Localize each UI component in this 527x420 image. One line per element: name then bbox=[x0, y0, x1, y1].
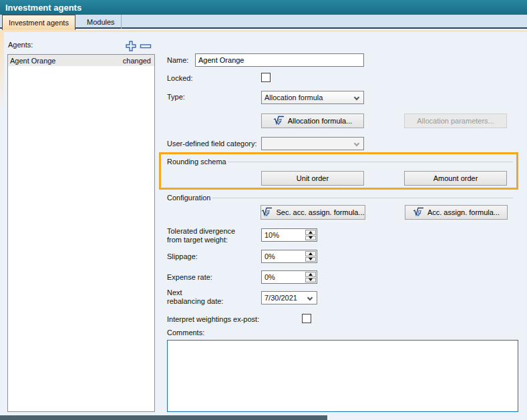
acc-assign-formula-button[interactable]: α Acc. assign. formula... bbox=[405, 205, 508, 220]
agents-label: Agents: bbox=[8, 41, 33, 49]
tab-modules[interactable]: Modules bbox=[81, 15, 122, 29]
tolerated-divergence-stepper[interactable]: 10% bbox=[261, 228, 317, 242]
remove-agent-button[interactable] bbox=[140, 40, 152, 52]
tab-page-edge-left bbox=[0, 32, 4, 112]
spin-up-button[interactable] bbox=[305, 272, 316, 277]
spin-down-button[interactable] bbox=[305, 257, 316, 262]
name-input[interactable] bbox=[195, 53, 364, 67]
arrow-up-icon bbox=[309, 231, 313, 234]
rebalancing-date-select[interactable]: 7/30/2021 bbox=[261, 291, 317, 304]
agent-name: Agent Orange bbox=[10, 57, 56, 65]
slippage-value: 0% bbox=[262, 251, 305, 262]
arrow-up-icon bbox=[309, 252, 313, 255]
agents-list[interactable]: Agent Orange changed bbox=[7, 54, 155, 412]
add-agent-button[interactable] bbox=[125, 40, 137, 52]
spin-down-button[interactable] bbox=[305, 278, 316, 283]
expense-rate-value: 0% bbox=[262, 272, 305, 282]
sec-acc-assign-formula-button[interactable]: α Sec. acc. assign. formula... bbox=[260, 205, 365, 220]
chevron-down-icon bbox=[354, 141, 359, 146]
rebalancing-date-value: 7/30/2021 bbox=[265, 294, 297, 302]
type-select-value: Allocation formula bbox=[265, 93, 323, 101]
configuration-title: Configuration bbox=[167, 194, 210, 202]
expense-rate-stepper[interactable]: 0% bbox=[261, 270, 317, 284]
type-select[interactable]: Allocation formula bbox=[261, 91, 364, 104]
group-divider bbox=[212, 198, 513, 198]
comments-label: Comments: bbox=[167, 329, 204, 337]
slippage-stepper[interactable]: 0% bbox=[261, 250, 317, 263]
minus-icon bbox=[140, 40, 152, 52]
sec-acc-assign-formula-label: Sec. acc. assign. formula... bbox=[276, 208, 364, 216]
chevron-down-icon bbox=[354, 95, 359, 100]
allocation-parameters-button[interactable]: Allocation parameters... bbox=[404, 114, 507, 128]
agent-list-item[interactable]: Agent Orange changed bbox=[8, 55, 154, 66]
spin-up-button[interactable] bbox=[305, 230, 316, 235]
formula-icon: α bbox=[413, 207, 424, 218]
investment-agents-window: Investment agents Investment agents Modu… bbox=[0, 0, 527, 420]
tolerated-divergence-label: Tolerated divergence from target weight: bbox=[167, 227, 235, 244]
arrow-down-icon bbox=[309, 236, 313, 239]
ex-post-checkbox[interactable] bbox=[302, 314, 311, 323]
next-rebalancing-label: Next rebalancing date: bbox=[167, 288, 223, 306]
unit-order-button[interactable]: Unit order bbox=[261, 171, 364, 186]
plus-icon bbox=[125, 40, 137, 52]
rounding-schema-title: Rounding schema bbox=[167, 158, 226, 166]
ex-post-label: Interpret weightings ex-post: bbox=[167, 315, 259, 323]
locked-checkbox[interactable] bbox=[261, 73, 271, 82]
allocation-formula-button[interactable]: α Allocation formula... bbox=[261, 114, 364, 128]
window-title: Investment agents bbox=[0, 0, 527, 15]
tab-strip bbox=[0, 15, 527, 29]
slippage-label: Slippage: bbox=[167, 252, 198, 260]
name-label: Name: bbox=[167, 56, 188, 64]
chevron-down-icon bbox=[307, 295, 313, 300]
arrow-down-icon bbox=[309, 278, 313, 281]
allocation-formula-button-label: Allocation formula... bbox=[288, 117, 353, 125]
formula-icon: α bbox=[273, 116, 285, 127]
expense-rate-label: Expense rate: bbox=[167, 273, 212, 281]
udf-category-label: User-defined field category: bbox=[167, 140, 257, 148]
window-bottom-edge bbox=[0, 415, 327, 420]
spin-up-button[interactable] bbox=[305, 251, 316, 256]
arrow-down-icon bbox=[309, 258, 313, 260]
spin-down-button[interactable] bbox=[305, 236, 316, 241]
type-label: Type: bbox=[167, 93, 185, 101]
acc-assign-formula-label: Acc. assign. formula... bbox=[427, 208, 500, 216]
tab-page-edge bbox=[0, 30, 527, 32]
group-divider bbox=[228, 162, 513, 162]
arrow-up-icon bbox=[309, 273, 313, 276]
amount-order-button[interactable]: Amount order bbox=[404, 171, 507, 186]
udf-category-select[interactable] bbox=[261, 137, 364, 150]
locked-label: Locked: bbox=[167, 74, 193, 82]
comments-textarea[interactable] bbox=[167, 340, 518, 412]
tab-investment-agents[interactable]: Investment agents bbox=[2, 15, 75, 30]
agent-status-badge: changed bbox=[123, 57, 151, 65]
tolerated-divergence-value: 10% bbox=[262, 230, 305, 240]
formula-icon: α bbox=[261, 207, 273, 218]
